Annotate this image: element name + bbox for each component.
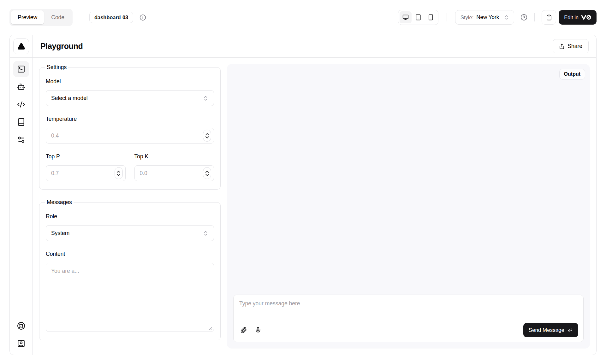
clipboard-icon [546,15,552,21]
send-message-button[interactable]: Send Message [523,323,578,337]
top-k-stepper[interactable] [203,167,211,179]
life-buoy-icon [17,322,25,330]
chevrons-up-down-icon [504,15,509,20]
help-button[interactable] [520,14,527,21]
composer-toolbar: Send Message [234,320,583,342]
page-title: Playground [40,42,83,51]
bot-icon [17,83,25,91]
sidebar-item-playground[interactable] [13,61,29,77]
book-icon [17,118,25,126]
copy-code-button[interactable] [542,10,556,25]
separator [534,13,535,21]
messages-fieldset: Messages Role System Content [39,199,221,340]
model-label: Model [46,78,214,85]
sidebar-item-api[interactable] [13,97,29,112]
model-select[interactable]: Select a model [46,90,214,106]
temperature-label: Temperature [46,116,214,122]
tablet-icon [415,14,421,21]
separator [447,13,447,21]
tab-code[interactable]: Code [45,10,71,24]
role-field: Role System [46,213,214,241]
settings-fieldset: Settings Model Select a model Temperatur… [39,64,221,190]
chevrons-up-down-icon [203,95,209,101]
output-badge: Output [559,69,585,79]
top-p-stepper[interactable] [115,167,123,179]
top-p-field: Top P [46,153,126,181]
sidebar-item-account[interactable] [13,336,29,351]
code-icon [17,100,25,109]
separator [81,13,81,21]
view-tab-group: Preview Code [9,9,73,26]
smartphone-icon [428,14,434,21]
settings-sliders-icon [17,136,25,144]
main-area: Settings Model Select a model Temperatur… [33,58,596,355]
content-field: Content [46,251,214,332]
triangle-icon [17,42,25,50]
top-k-input[interactable] [134,165,214,181]
role-select[interactable]: System [46,225,214,241]
toolbar-right-group: Style: New York Edit in [398,10,597,25]
preview-toolbar: Preview Code dashboard-03 [0,0,606,35]
model-field: Model Select a model [46,78,214,106]
top-k-label: Top K [134,153,214,160]
messages-legend: Messages [45,199,74,206]
content-label: Content [46,251,214,257]
configuration-form: Settings Model Select a model Temperatur… [39,64,221,349]
message-composer: Send Message [233,295,584,342]
role-label: Role [46,213,214,220]
sidebar-logo-section [10,35,33,58]
help-circle-icon [520,14,527,21]
content-textarea[interactable] [46,263,214,332]
block-preview-frame: Playground Share Settings Model Select a… [9,35,597,355]
sidebar-item-models[interactable] [13,79,29,95]
use-microphone-button[interactable] [251,323,265,337]
top-p-label: Top P [46,153,126,160]
square-terminal-icon [17,65,25,73]
sidebar-bottom-nav [10,314,33,355]
sidebar-item-settings[interactable] [13,132,29,148]
corner-down-left-icon [567,327,573,333]
info-button[interactable] [140,14,146,21]
page-header: Playground Share [33,35,596,58]
temperature-field: Temperature [46,116,214,144]
tab-preview[interactable]: Preview [11,10,44,24]
temperature-input[interactable] [46,128,214,144]
style-select[interactable]: Style: New York [455,10,514,25]
attach-file-button[interactable] [237,323,251,337]
edit-in-v0-button[interactable]: Edit in [559,10,597,25]
send-message-label: Send Message [529,327,564,333]
home-logo-button[interactable] [13,38,29,54]
info-icon [140,14,146,21]
settings-legend: Settings [45,64,68,71]
device-toggle-group [398,10,438,25]
model-select-value: Select a model [51,95,88,102]
microphone-icon [255,327,261,333]
resize-handle[interactable] [209,326,212,330]
top-p-top-k-row: Top P Top K [46,153,214,181]
edit-in-v0-label: Edit in [564,15,579,21]
top-p-input[interactable] [46,165,126,181]
device-mobile-button[interactable] [425,11,437,23]
style-select-label: Style: [460,15,473,21]
share-button-label: Share [567,43,582,50]
chevrons-up-down-icon [203,230,209,236]
sidebar-nav [10,58,33,151]
paperclip-icon [241,327,247,333]
sidebar-item-help[interactable] [13,318,29,334]
device-tablet-button[interactable] [412,11,424,23]
style-select-value: New York [476,14,499,21]
output-panel: Output [227,64,590,349]
block-name-badge: dashboard-03 [89,12,133,23]
content-column: Playground Share Settings Model Select a… [33,35,596,355]
share-button[interactable]: Share [553,39,589,53]
temperature-stepper[interactable] [203,130,211,142]
message-input[interactable] [234,295,583,320]
share-icon [559,44,565,49]
sidebar-item-documentation[interactable] [13,114,29,130]
app-sidebar [10,35,33,355]
top-k-field: Top K [134,153,214,181]
monitor-icon [402,14,409,21]
device-desktop-button[interactable] [400,11,412,23]
toolbar-left-group: Preview Code dashboard-03 [9,9,146,26]
square-user-icon [17,339,25,348]
